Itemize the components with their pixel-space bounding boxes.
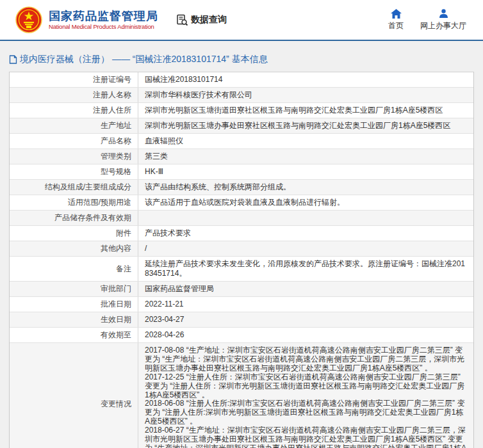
document-icon <box>9 55 17 64</box>
table-row: 结构及组成/主要组成成分 该产品由结构系统、控制系统两部分组成。 <box>10 180 473 195</box>
field-value: 该产品适用于血站或医院对袋装血液及血液制品进行辐射。 <box>138 195 473 210</box>
table-row: 生效日期 2023-04-27 <box>10 312 473 328</box>
field-value: 第三类 <box>138 149 473 164</box>
nav-data-query-label: 数据查询 <box>191 14 227 26</box>
field-value: / <box>138 241 473 256</box>
site-subtitle: National Medical Products Administration <box>49 23 158 31</box>
user-icon <box>439 9 448 19</box>
site-header: 国家药品监督管理局 National Medical Products Admi… <box>0 0 483 41</box>
field-label: 注册证编号 <box>93 75 131 84</box>
field-value: 2017-08-08 “生产地址：深圳市宝安区石岩街道机荷高速公路南侧吉安工业园… <box>138 343 473 448</box>
table-row: 注册证编号 国械注准20183101714 <box>10 72 473 88</box>
table-row: 注册人名称 深圳市华科核医疗技术有限公司 <box>10 88 473 103</box>
field-label: 型号规格 <box>101 167 131 177</box>
field-value: 血液辐照仪 <box>138 134 473 148</box>
field-label: 产品储存条件及有效期 <box>54 213 131 223</box>
field-label: 有效期至 <box>101 330 131 340</box>
field-label: 产品名称 <box>101 136 131 146</box>
home-icon <box>391 9 402 19</box>
field-label: 适用范围/预期用途 <box>68 198 131 207</box>
nav-online-hall-label: 网上办事大厅 <box>420 20 466 31</box>
breadcrumb-text: 境内医疗器械（注册） —— “国械注准20183101714” 基本信息 <box>20 54 268 65</box>
table-row: 批准日期 2022-11-21 <box>10 297 473 312</box>
table-row: 型号规格 HK-Ⅲ <box>10 164 473 180</box>
table-row: 备注 延续注册产品技术要求未发生变化，沿用原核发的产品技术要求。原注册证编号：国… <box>10 257 473 282</box>
field-label: 生产地址 <box>101 121 131 131</box>
info-table: 注册证编号 国械注准20183101714 注册人名称 深圳市华科核医疗技术有限… <box>9 72 474 448</box>
field-value: 深圳市光明新区玉塘街道田寮社区根玉路与南明路交汇处宏奥工业园厂房1栋A座5楼西区 <box>138 103 473 118</box>
table-row: 有效期至 2028-04-26 <box>10 328 473 343</box>
field-value: 国家药品监督管理局 <box>138 282 473 296</box>
table-row: 审批部门 国家药品监督管理局 <box>10 282 473 297</box>
field-value: 2028-04-26 <box>138 328 473 342</box>
field-value: 延续注册产品技术要求未发生变化，沿用原核发的产品技术要求。原注册证编号：国械注准… <box>138 257 473 281</box>
table-row: 产品名称 血液辐照仪 <box>10 134 473 149</box>
nav-online-hall[interactable]: 网上办事大厅 <box>420 9 466 31</box>
field-label: 注册人名称 <box>93 90 131 100</box>
site-title: 国家药品监督管理局 <box>49 9 158 23</box>
table-row: 附件 产品技术要求 <box>10 226 473 241</box>
table-row: 管理类别 第三类 <box>10 149 473 164</box>
field-value <box>138 211 473 225</box>
field-value: 国械注准20183101714 <box>138 72 473 87</box>
field-label: 结构及组成/主要组成成分 <box>45 182 131 192</box>
table-row: 适用范围/预期用途 该产品适用于血站或医院对袋装血液及血液制品进行辐射。 <box>10 195 473 211</box>
site-title-block: 国家药品监督管理局 National Medical Products Admi… <box>49 9 158 31</box>
nav-home[interactable]: 首页 <box>388 9 404 31</box>
field-label: 备注 <box>116 264 131 274</box>
field-label: 批准日期 <box>101 300 131 309</box>
field-value: 2023-04-27 <box>138 312 473 327</box>
nav-home-label: 首页 <box>388 20 404 31</box>
field-label: 附件 <box>116 228 131 238</box>
field-value: 深圳市华科核医疗技术有限公司 <box>138 88 473 102</box>
field-value: 深圳市光明新区玉塘办事处田寮社区根玉路与南明路交汇处宏奥工业园厂房1栋A座5楼西… <box>138 118 473 133</box>
field-label: 注册人住所 <box>93 106 131 115</box>
data-query-icon <box>176 14 188 26</box>
header-right-nav: 首页 网上办事大厅 <box>388 9 474 31</box>
table-row: 变更情况 2017-08-08 “生产地址：深圳市宝安区石岩街道机荷高速公路南侧… <box>10 343 473 448</box>
field-value: 产品技术要求 <box>138 226 473 241</box>
table-row: 生产地址 深圳市光明新区玉塘办事处田寮社区根玉路与南明路交汇处宏奥工业园厂房1栋… <box>10 118 473 134</box>
nav-data-query[interactable]: 数据查询 <box>176 14 227 26</box>
field-label: 管理类别 <box>101 152 131 161</box>
field-label: 审批部门 <box>101 284 131 294</box>
table-row: 注册人住所 深圳市光明新区玉塘街道田寮社区根玉路与南明路交汇处宏奥工业园厂房1栋… <box>10 103 473 118</box>
national-emblem-logo <box>15 6 42 33</box>
table-row: 产品储存条件及有效期 <box>10 211 473 226</box>
field-value: 2022-11-21 <box>138 297 473 312</box>
table-row: 其他内容 / <box>10 241 473 257</box>
field-label: 其他内容 <box>101 244 131 253</box>
field-value: HK-Ⅲ <box>138 164 473 179</box>
field-value: 该产品由结构系统、控制系统两部分组成。 <box>138 180 473 195</box>
breadcrumb: 境内医疗器械（注册） —— “国械注准20183101714” 基本信息 <box>0 41 483 72</box>
field-label: 生效日期 <box>101 315 131 324</box>
field-label: 变更情况 <box>101 399 131 409</box>
